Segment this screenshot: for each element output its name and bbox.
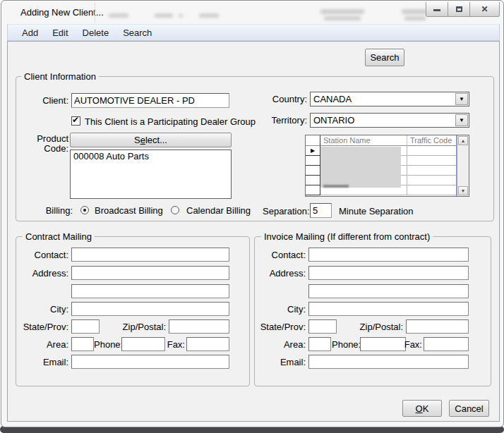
window-title: Adding New Client... — [20, 7, 104, 18]
invoice-address1-input[interactable] — [308, 266, 469, 280]
participating-dealer-checkbox[interactable]: ✔ — [71, 116, 80, 126]
minimize-button[interactable] — [426, 2, 448, 17]
grid-cell[interactable] — [407, 146, 456, 156]
contract-contact-input[interactable] — [71, 248, 229, 262]
scroll-down-icon: ▼ — [461, 188, 466, 193]
close-icon: ✕ — [481, 5, 488, 13]
invoice-city-input[interactable] — [308, 302, 469, 316]
grid-column-station-name[interactable]: Station Name — [320, 135, 407, 146]
broadcast-billing-label[interactable]: Broadcast Billing — [95, 205, 163, 216]
grid-row-selector[interactable] — [306, 176, 320, 185]
invoice-email-label: Email: — [260, 357, 306, 367]
country-dropdown[interactable]: CANADA ▼ — [310, 92, 469, 106]
screenshot-stage: Adding New Client... ✕ Add Edit Delete S… — [0, 0, 504, 433]
grid-corner-cell — [306, 135, 320, 146]
invoice-mailing-group-title: Invoice Mailing (If different from contr… — [261, 231, 433, 242]
background-artifact — [95, 3, 95, 23]
grid-cell[interactable] — [407, 166, 456, 176]
background-artifact — [324, 16, 361, 20]
invoice-area-input[interactable] — [308, 337, 331, 351]
contract-state-input[interactable] — [71, 319, 100, 334]
grid-cell[interactable] — [407, 185, 456, 195]
grid-scrollbar[interactable]: ▲ ▼ — [456, 135, 469, 196]
close-button[interactable]: ✕ — [469, 2, 500, 17]
contract-email-label: Email: — [23, 357, 68, 367]
maximize-button[interactable] — [448, 2, 469, 17]
menu-bar: Add Edit Delete Search — [7, 24, 500, 41]
territory-dropdown[interactable]: ONTARIO ▼ — [310, 113, 469, 128]
title-bar[interactable]: Adding New Client... ✕ — [3, 1, 503, 23]
invoice-address2-input[interactable] — [308, 284, 469, 298]
participating-dealer-checkbox-label[interactable]: This Client is a Participating Dealer Gr… — [85, 116, 256, 127]
chevron-down-icon[interactable]: ▼ — [455, 114, 468, 126]
invoice-state-input[interactable] — [308, 319, 337, 334]
menu-item-edit[interactable]: Edit — [45, 25, 75, 40]
separation-suffix: Minute Separation — [339, 206, 414, 216]
background-artifact — [199, 13, 219, 18]
territory-label: Territory: — [270, 115, 307, 126]
calendar-billing-radio[interactable] — [171, 206, 179, 214]
window-controls: ✕ — [426, 2, 500, 17]
separation-input[interactable] — [310, 203, 332, 218]
dialog-window: Adding New Client... ✕ Add Edit Delete S… — [1, 0, 504, 427]
contract-email-input[interactable] — [71, 355, 229, 369]
background-artifact — [155, 13, 173, 18]
broadcast-billing-radio[interactable] — [80, 206, 89, 214]
grid-cell[interactable] — [407, 156, 456, 166]
grid-row-selector[interactable] — [306, 156, 320, 166]
grid-header-row: Station Name Traffic Code — [306, 135, 456, 146]
select-button-accel: e — [140, 135, 145, 145]
contract-phone-input[interactable] — [121, 337, 165, 351]
grid-column-traffic-code[interactable]: Traffic Code — [407, 135, 456, 146]
calendar-billing-label[interactable]: Calendar Billing — [186, 205, 251, 216]
grid-cell[interactable] — [407, 176, 456, 185]
scroll-down-button[interactable]: ▼ — [458, 186, 468, 195]
product-code-label-line1: Product — [30, 133, 68, 144]
product-code-label-line2: Code: — [30, 143, 68, 154]
product-code-list-item[interactable]: 000008 Auto Parts — [71, 150, 231, 162]
billing-label: Billing: — [34, 205, 73, 216]
ok-button-text: K — [423, 403, 429, 414]
contract-zip-label: Zip/Postal: — [107, 322, 166, 332]
background-artifact — [404, 16, 426, 20]
menu-item-delete[interactable]: Delete — [76, 25, 116, 40]
grid-row-selector[interactable] — [306, 166, 320, 176]
contract-fax-input[interactable] — [186, 337, 229, 351]
contract-city-input[interactable] — [71, 302, 229, 316]
invoice-zip-input[interactable] — [406, 319, 469, 334]
invoice-email-input[interactable] — [308, 355, 469, 369]
ok-button[interactable]: OK — [402, 400, 442, 417]
chevron-down-icon[interactable]: ▼ — [455, 93, 468, 105]
maximize-icon — [456, 6, 462, 12]
search-button[interactable]: Search — [365, 49, 404, 66]
contract-zip-input[interactable] — [169, 319, 229, 334]
menu-item-search[interactable]: Search — [116, 25, 159, 40]
checkmark-icon: ✔ — [72, 115, 79, 125]
product-code-listbox[interactable]: 000008 Auto Parts — [70, 150, 232, 199]
scroll-up-button[interactable]: ▲ — [458, 136, 468, 145]
client-input[interactable] — [71, 93, 229, 108]
grid-row-selector[interactable] — [306, 185, 320, 195]
contract-state-label: State/Prov: — [13, 322, 68, 332]
contract-mailing-group-title: Contract Mailing — [23, 231, 95, 242]
select-button-text-rest: lect... — [145, 135, 167, 145]
background-artifact — [179, 14, 183, 18]
invoice-area-label: Area: — [260, 339, 306, 350]
invoice-fax-label: Fax: — [403, 339, 422, 350]
contract-address2-input[interactable] — [71, 284, 229, 298]
select-button-text: S — [134, 135, 140, 145]
client-information-group-title: Client Information — [21, 71, 99, 82]
invoice-contact-label: Contact: — [260, 250, 306, 260]
contract-address1-input[interactable] — [71, 266, 229, 280]
select-product-button[interactable]: Select... — [70, 133, 232, 147]
invoice-contact-input[interactable] — [308, 248, 469, 262]
minimize-icon — [433, 9, 440, 11]
contract-contact-label: Contact: — [23, 250, 68, 260]
menu-item-add[interactable]: Add — [15, 25, 45, 40]
invoice-phone-input[interactable] — [360, 337, 406, 351]
cancel-button[interactable]: Cancel — [449, 400, 489, 417]
contract-area-input[interactable] — [71, 337, 94, 351]
grid-row-selector[interactable]: ▶ — [306, 146, 320, 156]
station-grid[interactable]: Station Name Traffic Code ▶ ▲ ▼ — [305, 135, 469, 197]
invoice-fax-input[interactable] — [424, 337, 469, 351]
